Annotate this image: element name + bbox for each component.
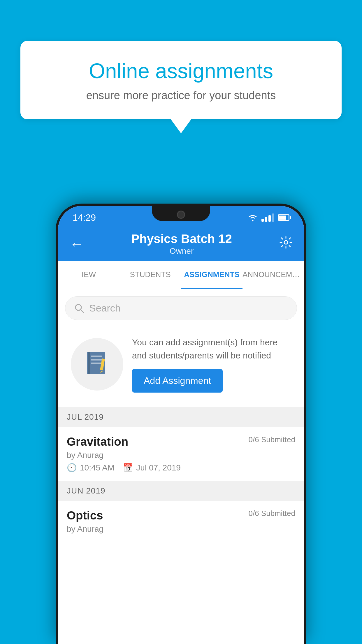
phone-frame: 14:29: [56, 204, 306, 644]
header-subtitle: Owner: [131, 246, 232, 256]
assignment-item-optics[interactable]: Optics 0/6 Submitted by Anurag: [58, 501, 304, 545]
assignment-title-gravitation: Gravitation: [67, 435, 128, 448]
svg-point-0: [252, 220, 254, 221]
promo-card: You can add assignment(s) from here and …: [65, 327, 297, 401]
signal-bar-4: [272, 214, 274, 222]
svg-rect-8: [91, 363, 102, 364]
tab-iew[interactable]: IEW: [58, 261, 120, 289]
assignment-date-gravitation: Jul 07, 2019: [136, 463, 181, 473]
add-assignment-button[interactable]: Add Assignment: [132, 369, 223, 393]
promo-text-area: You can add assignment(s) from here and …: [132, 336, 291, 393]
clock-icon: 🕙: [67, 463, 77, 473]
meta-date-gravitation: 📅 Jul 07, 2019: [123, 463, 181, 473]
search-bar[interactable]: Search: [65, 296, 297, 320]
tab-announcements[interactable]: ANNOUNCEMENTS: [242, 261, 304, 289]
tab-assignments[interactable]: ASSIGNMENTS: [181, 261, 242, 289]
calendar-icon: 📅: [123, 463, 133, 473]
signal-bar-3: [268, 215, 271, 222]
signal-bar-1: [261, 219, 264, 222]
svg-rect-7: [91, 359, 102, 360]
assignment-item-gravitation[interactable]: Gravitation 0/6 Submitted by Anurag 🕙 10…: [58, 427, 304, 481]
speech-bubble: Online assignments ensure more practice …: [20, 41, 342, 119]
phone-volume-down-button: [56, 297, 56, 323]
section-header-jun2019: JUN 2019: [58, 481, 304, 501]
assignment-time-gravitation: 10:45 AM: [80, 463, 114, 473]
svg-rect-5: [88, 352, 90, 374]
settings-button[interactable]: [280, 236, 292, 252]
svg-rect-6: [91, 356, 102, 357]
phone-silent-button: [56, 329, 56, 355]
battery-fill: [279, 216, 286, 220]
assignment-author-optics: by Anurag: [67, 524, 295, 534]
signal-icon: [261, 214, 274, 222]
section-header-jul2019: JUL 2019: [58, 407, 304, 427]
notch: [152, 206, 210, 221]
assignment-status-optics: 0/6 Submitted: [249, 509, 295, 518]
signal-bar-2: [265, 217, 267, 222]
promo-description: You can add assignment(s) from here and …: [132, 336, 291, 362]
tab-students[interactable]: STUDENTS: [120, 261, 181, 289]
promo-icon-circle: [71, 338, 123, 391]
assignment-meta-gravitation: 🕙 10:45 AM 📅 Jul 07, 2019: [67, 463, 295, 473]
svg-line-3: [81, 310, 84, 313]
phone-screen: 14:29: [58, 206, 304, 644]
search-placeholder: Search: [89, 302, 121, 314]
phone-power-button: [306, 291, 306, 314]
search-icon: [74, 303, 85, 314]
tabs-container: IEW STUDENTS ASSIGNMENTS ANNOUNCEMENTS: [58, 261, 304, 289]
speech-bubble-title: Online assignments: [41, 58, 321, 83]
assignment-status-gravitation: 0/6 Submitted: [249, 435, 295, 444]
assignment-title-optics: Optics: [67, 509, 103, 522]
phone-volume-up-button: [56, 274, 56, 291]
meta-time-gravitation: 🕙 10:45 AM: [67, 463, 114, 473]
back-button[interactable]: ←: [70, 236, 84, 252]
header-title: Physics Batch 12: [131, 232, 232, 246]
assignment-top-row-optics: Optics 0/6 Submitted: [67, 509, 295, 522]
speech-bubble-subtitle: ensure more practice for your students: [41, 89, 321, 102]
svg-point-1: [284, 241, 288, 244]
content-area: Search: [58, 289, 304, 545]
app-header: ← Physics Batch 12 Owner: [58, 226, 304, 261]
wifi-icon: [247, 214, 258, 221]
battery-icon: [278, 214, 289, 221]
camera: [177, 211, 185, 219]
speech-bubble-container: Online assignments ensure more practice …: [20, 41, 342, 119]
assignment-top-row: Gravitation 0/6 Submitted: [67, 435, 295, 448]
status-time: 14:29: [73, 212, 96, 223]
assignment-author-gravitation: by Anurag: [67, 451, 295, 460]
header-center: Physics Batch 12 Owner: [131, 232, 232, 256]
status-icons: [247, 214, 289, 222]
notebook-icon: [84, 350, 110, 379]
